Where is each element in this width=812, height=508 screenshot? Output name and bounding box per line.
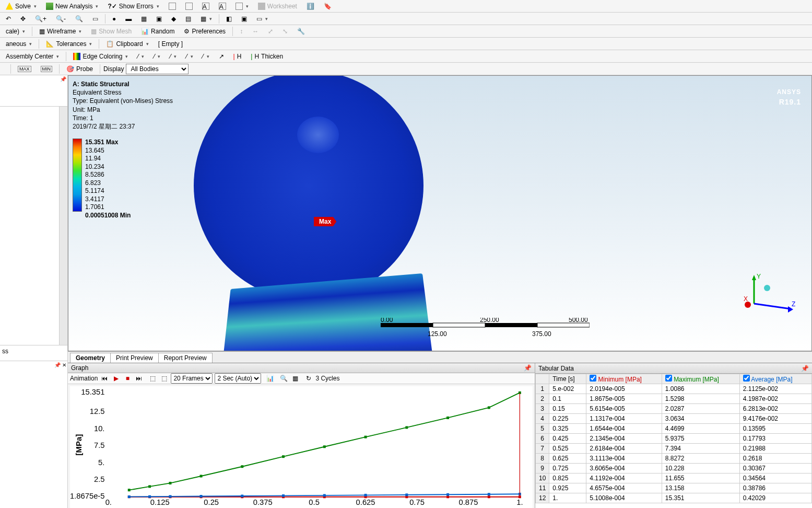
tb-icon-2[interactable] — [182, 2, 196, 11]
tab-report-preview[interactable]: Report Preview — [158, 353, 213, 363]
edge-1[interactable]: ∕ — [134, 52, 148, 61]
pin-icon[interactable]: 📌 — [801, 365, 809, 372]
svg-rect-60 — [128, 495, 131, 498]
pin-icon[interactable]: 📌 — [524, 364, 532, 372]
tb2-sel-more[interactable]: ▦ — [197, 14, 216, 24]
table-row[interactable]: 70.5252.6184e-0047.3940.21988 — [536, 444, 812, 454]
tb2-zoom-in[interactable]: 🔍+ — [31, 14, 50, 24]
edge-5[interactable]: ∕ — [199, 52, 213, 61]
edge-arrow[interactable]: ↗ — [215, 52, 228, 61]
tb-icon-5[interactable] — [232, 2, 252, 11]
svg-text:7.5: 7.5 — [94, 441, 105, 449]
tb2-fit[interactable]: 🔍 — [72, 14, 87, 24]
table-row[interactable]: 15.e-0022.0194e-0051.00862.1125e-002 — [536, 384, 812, 394]
solve-button[interactable]: Solve — [2, 2, 40, 11]
tb2-zoom-box[interactable]: ▭ — [89, 14, 102, 24]
axis-triad[interactable]: Y Z X — [744, 272, 796, 314]
tb-icon-1[interactable] — [165, 2, 180, 11]
table-row[interactable]: 90.7253.6065e-00410.2280.30367 — [536, 464, 812, 474]
svg-text:10.: 10. — [94, 424, 105, 433]
table-row[interactable]: 40.2251.1317e-0043.06349.4176e-002 — [536, 414, 812, 424]
anim-opt1[interactable]: ⬚ — [148, 374, 157, 383]
new-analysis-button[interactable]: New Analysis — [42, 2, 102, 11]
worksheet-button: Worksheet — [254, 2, 301, 11]
svg-rect-57 — [446, 417, 449, 419]
svg-rect-55 — [364, 436, 367, 438]
table-row[interactable]: 121.5.1008e-00415.3510.42029 — [536, 493, 812, 503]
anim-ctrl1[interactable]: 📊 — [265, 374, 275, 383]
max-checkbox[interactable] — [665, 375, 672, 382]
table-row[interactable]: 20.11.8675e-0051.52984.1987e-002 — [536, 394, 812, 404]
tb2-sel-face[interactable]: ▦ — [137, 14, 150, 24]
tb2-iso[interactable]: ◧ — [222, 14, 236, 24]
tabular-data-table[interactable]: Time [s] Minimum [MPa] Maximum [MPa] Ave… — [535, 374, 812, 508]
aneous-dropdown[interactable]: aneous — [2, 39, 36, 49]
tb-icon-4[interactable]: A — [215, 2, 230, 11]
thicken-button[interactable]: |H Thicken — [247, 52, 287, 61]
tb2-zoom-out[interactable]: 🔍- — [52, 14, 69, 24]
info-icon: ℹ️ — [307, 3, 314, 10]
table-row[interactable]: 80.6253.1113e-0048.82720.2618 — [536, 454, 812, 464]
anim-stop-button[interactable]: ■ — [123, 374, 132, 383]
duration-select[interactable]: 2 Sec (Auto) — [215, 373, 261, 384]
tb2-move[interactable]: ✥ — [17, 14, 29, 24]
assembly-center-dropdown[interactable]: Assembly Center — [2, 52, 63, 61]
probe-button[interactable]: 🎯 Probe — [63, 64, 97, 74]
col-min[interactable]: Minimum [MPa] — [586, 374, 662, 384]
anim-opt2[interactable]: ⬚ — [159, 374, 169, 383]
anim-zoom[interactable]: 🔍 — [279, 374, 288, 383]
pin-icon-2[interactable]: 📌 ✕ — [54, 362, 66, 368]
avg-checkbox[interactable] — [743, 375, 750, 382]
tb2-undo[interactable]: ↶ — [2, 14, 15, 24]
table-row[interactable]: 110.9254.6575e-00413.1580.38786 — [536, 483, 812, 493]
frames-select[interactable]: 20 Frames — [171, 373, 213, 384]
min-icon-btn[interactable]: MIN — [37, 65, 56, 73]
viewport-3d[interactable]: Max A: Static Structural Equivalent Stre… — [68, 75, 812, 351]
edge-3[interactable]: ∕ — [166, 52, 180, 61]
max-icon-btn[interactable]: MAX — [14, 65, 35, 73]
edge-coloring-button[interactable]: Edge Coloring — [69, 52, 132, 61]
graph-chart[interactable]: 1.8675e-52.55.7.510.12.515.351[MPa]0.0.1… — [70, 386, 533, 508]
pin-icon[interactable]: 📌 — [60, 76, 66, 82]
tb2-front[interactable]: ▣ — [238, 14, 251, 24]
toolbar-display: cale) ▦ Wireframe ▦ Show Mesh 📊 Random ⚙… — [0, 25, 812, 38]
anim-play-button[interactable]: ▶ — [111, 374, 121, 383]
edge-h[interactable]: |H — [230, 52, 245, 61]
clipboard-button[interactable]: 📋 Clipboard — [102, 39, 152, 49]
animation-toolbar: Animation ⏮ ▶ ■ ⏭ ⬚ ⬚ 20 Frames 2 Sec (A… — [68, 373, 535, 384]
tb2-views[interactable]: ▭ — [253, 14, 272, 24]
edge-2[interactable]: ∕ — [150, 52, 164, 61]
tb-icon-7[interactable]: 🔖 — [320, 2, 335, 11]
col-max[interactable]: Maximum [MPa] — [662, 374, 739, 384]
tab-geometry[interactable]: Geometry — [70, 353, 111, 363]
tb-icon-6[interactable]: ℹ️ — [303, 2, 318, 11]
preferences-button[interactable]: ⚙ Preferences — [180, 27, 229, 36]
tb2-sel-edge[interactable]: ▬ — [122, 14, 135, 24]
display-combo[interactable]: All Bodies — [126, 64, 189, 74]
random-button[interactable]: 📊 Random — [137, 27, 178, 36]
col-avg[interactable]: Average [MPa] — [739, 374, 811, 384]
tb2-sel-node[interactable]: ◆ — [168, 14, 180, 24]
text-a2-icon: A — [219, 3, 226, 10]
table-row[interactable]: 60.4252.1345e-0045.93750.17793 — [536, 434, 812, 444]
table-row[interactable]: 100.8254.1192e-00411.6550.34564 — [536, 474, 812, 483]
tb-icon-3[interactable]: A — [198, 2, 213, 11]
tb2-sel-point[interactable]: ● — [109, 14, 120, 24]
anim-grid[interactable]: ▦ — [290, 374, 300, 383]
tb2-sel-elem[interactable]: ▤ — [182, 14, 195, 24]
tb2b-5[interactable]: 🔧 — [293, 27, 309, 36]
scale-dropdown[interactable]: cale) — [2, 27, 29, 36]
table-row[interactable]: 30.155.6154e-0052.02876.2813e-002 — [536, 404, 812, 414]
edge-4[interactable]: ∕ — [182, 52, 196, 61]
wireframe-button[interactable]: ▦ Wireframe — [36, 27, 85, 36]
anim-first-button[interactable]: ⏮ — [100, 374, 109, 383]
tolerances-button[interactable]: 📐 Tolerances — [42, 39, 96, 49]
tb2-sel-body[interactable]: ▣ — [152, 14, 166, 24]
table-row[interactable]: 50.3251.6544e-0044.46990.13595 — [536, 424, 812, 434]
svg-text:[MPa]: [MPa] — [75, 434, 83, 456]
show-errors-button[interactable]: ?✓Show Errors — [104, 2, 162, 11]
tab-print-preview[interactable]: Print Preview — [110, 353, 159, 363]
col-time[interactable]: Time [s] — [549, 374, 586, 384]
min-checkbox[interactable] — [590, 375, 596, 382]
anim-next-button[interactable]: ⏭ — [134, 374, 144, 383]
